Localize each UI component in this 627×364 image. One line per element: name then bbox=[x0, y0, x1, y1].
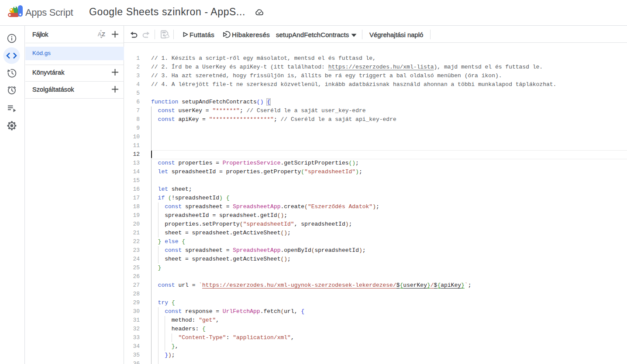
svg-text:Z: Z bbox=[102, 31, 105, 38]
svg-text:A: A bbox=[97, 31, 102, 38]
